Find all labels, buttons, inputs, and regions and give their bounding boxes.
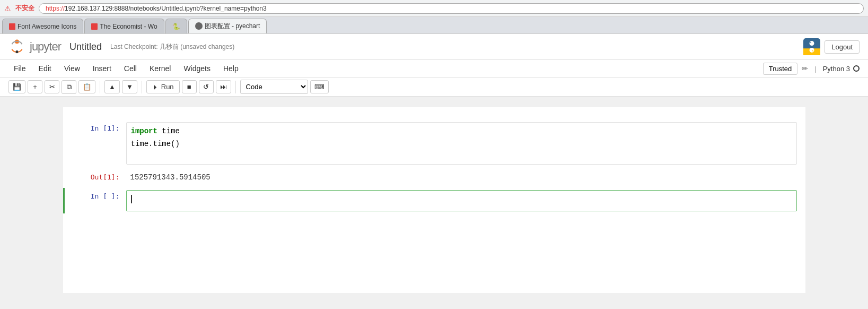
- copy-icon: ⧉: [67, 83, 72, 91]
- tab-favicon-python: 🐍: [172, 23, 180, 30]
- toolbar-separator-3: [235, 81, 236, 93]
- cut-button[interactable]: ✂: [45, 80, 59, 93]
- menu-kernel[interactable]: Kernel: [144, 62, 176, 75]
- menu-edit[interactable]: Edit: [33, 62, 57, 75]
- menu-right: Trusted ✏ | Python 3: [763, 63, 860, 75]
- run-icon: ⏵: [152, 83, 159, 91]
- url-protocol: https://: [46, 5, 65, 12]
- tab-favicon-pyechart: [195, 22, 203, 30]
- svg-point-5: [810, 41, 814, 46]
- menu-help[interactable]: Help: [218, 62, 244, 75]
- arrow-down-icon: ▼: [126, 83, 133, 91]
- keyboard-icon: ⌨: [314, 83, 325, 91]
- tab-pyechart[interactable]: 图表配置 - pyechart: [188, 19, 267, 33]
- cell-1-line-1-rest: time: [157, 127, 180, 135]
- cell-1-output-row: Out[1]: 1525791343.5914505: [63, 169, 805, 186]
- save-icon: 💾: [13, 83, 21, 91]
- url-host: 192.168.137.129: [65, 5, 112, 12]
- paste-icon: 📋: [83, 83, 91, 91]
- jupyter-logo-icon: [8, 38, 25, 55]
- cell-2-input[interactable]: [126, 190, 797, 211]
- menu-file[interactable]: File: [8, 62, 31, 75]
- tab-font-awesome[interactable]: Font Awesome Icons: [2, 19, 83, 33]
- insecure-label: 不安全: [15, 4, 34, 13]
- menu-view[interactable]: View: [59, 62, 85, 75]
- cell-1-line-1: import time: [131, 127, 792, 135]
- restart-button[interactable]: ↺: [199, 80, 214, 93]
- restart-icon: ↺: [203, 83, 209, 91]
- url-bar[interactable]: https://192.168.137.129:8888/notebooks/U…: [39, 3, 864, 14]
- text-cursor: [131, 195, 132, 203]
- tab-python[interactable]: 🐍: [165, 19, 187, 33]
- notebook-content: In [1]: import time time.time() Out[1]: …: [0, 97, 868, 309]
- logout-button[interactable]: Logout: [825, 40, 860, 54]
- jupyter-logo-area: jupyter Untitled Last Checkpoint: 几秒前 (u…: [8, 38, 234, 55]
- menu-insert[interactable]: Insert: [87, 62, 117, 75]
- tab-favicon-font-awesome: [9, 23, 15, 30]
- kernel-status-icon: [853, 65, 860, 72]
- cell-1-output-prompt: Out[1]:: [73, 171, 126, 181]
- url-path: /notebooks/Untitled.ipynb?kernel_name=py…: [128, 5, 267, 12]
- arrow-up-icon: ▲: [109, 83, 116, 91]
- stop-button[interactable]: ■: [182, 80, 197, 93]
- stop-icon: ■: [187, 83, 191, 91]
- warning-icon: ⚠: [4, 4, 11, 13]
- jupyter-header: jupyter Untitled Last Checkpoint: 几秒前 (u…: [0, 34, 868, 60]
- svg-point-6: [810, 48, 814, 53]
- add-cell-button[interactable]: +: [28, 80, 42, 93]
- svg-point-8: [812, 50, 813, 52]
- jupyter-header-right: Logout: [803, 38, 860, 55]
- move-down-button[interactable]: ▼: [122, 80, 137, 93]
- trusted-button[interactable]: Trusted: [763, 63, 798, 75]
- notebook-inner: In [1]: import time time.time() Out[1]: …: [63, 107, 805, 293]
- keyword-import: import: [131, 127, 157, 135]
- browser-address-bar: ⚠ 不安全 https://192.168.137.129:8888/noteb…: [0, 0, 868, 17]
- save-button[interactable]: 💾: [8, 80, 25, 93]
- cell-2-prompt: In [ ]:: [73, 190, 126, 200]
- checkpoint-label: Last Checkpoint: 几秒前 (unsaved changes): [110, 42, 234, 52]
- copy-button[interactable]: ⧉: [62, 80, 76, 94]
- jupyter-wordmark: jupyter: [30, 40, 61, 54]
- menu-bar: File Edit View Insert Cell Kernel Widget…: [0, 60, 868, 78]
- plus-icon: +: [33, 83, 37, 91]
- cell-1-input[interactable]: import time time.time(): [126, 122, 797, 165]
- svg-point-7: [810, 42, 811, 43]
- paste-button[interactable]: 📋: [78, 80, 95, 93]
- url-port: :8888: [112, 5, 128, 12]
- move-up-button[interactable]: ▲: [104, 80, 120, 93]
- toolbar: 💾 + ✂ ⧉ 📋 ▲ ▼ ⏵ Run ■ ↺: [0, 78, 868, 97]
- separator: |: [814, 65, 816, 73]
- browser-tabs: Font Awesome Icons The Economist - Wo 🐍 …: [0, 17, 868, 34]
- keyboard-shortcuts-button[interactable]: ⌨: [310, 80, 329, 93]
- restart-run-button[interactable]: ⏭: [216, 80, 231, 93]
- cell-type-select[interactable]: Code Markdown Raw NBConvert Heading: [240, 80, 308, 94]
- cell-1: In [1]: import time time.time(): [63, 120, 805, 167]
- notebook-title[interactable]: Untitled: [69, 41, 102, 53]
- toolbar-separator-1: [100, 81, 100, 93]
- tab-economist[interactable]: The Economist - Wo: [84, 19, 164, 33]
- python-logo-icon: [803, 38, 820, 55]
- tab-label-economist: The Economist - Wo: [100, 23, 157, 30]
- menu-items: File Edit View Insert Cell Kernel Widget…: [8, 62, 244, 75]
- menu-cell[interactable]: Cell: [119, 62, 142, 75]
- svg-point-1: [15, 50, 18, 53]
- cell-1-line-2: time.time(): [131, 140, 792, 148]
- kernel-name: Python 3: [823, 65, 850, 73]
- cell-2: In [ ]:: [63, 188, 805, 213]
- jupyter-container: jupyter Untitled Last Checkpoint: 几秒前 (u…: [0, 34, 868, 309]
- cell-1-code-line2: time.time(): [131, 140, 180, 148]
- cut-icon: ✂: [49, 83, 55, 91]
- tab-label-pyechart: 图表配置 - pyechart: [205, 22, 260, 31]
- tab-favicon-economist: [91, 23, 98, 30]
- run-button[interactable]: ⏵ Run: [146, 80, 180, 93]
- run-label: Run: [161, 83, 174, 91]
- cell-1-prompt: In [1]:: [73, 122, 126, 132]
- tab-label-font-awesome: Font Awesome Icons: [17, 23, 76, 30]
- cell-1-output-value: 1525791343.5914505: [126, 171, 797, 184]
- pencil-icon[interactable]: ✏: [802, 64, 808, 73]
- kernel-info: Python 3: [823, 65, 860, 73]
- menu-widgets[interactable]: Widgets: [178, 62, 216, 75]
- restart-run-icon: ⏭: [220, 83, 227, 91]
- toolbar-separator-2: [142, 81, 142, 93]
